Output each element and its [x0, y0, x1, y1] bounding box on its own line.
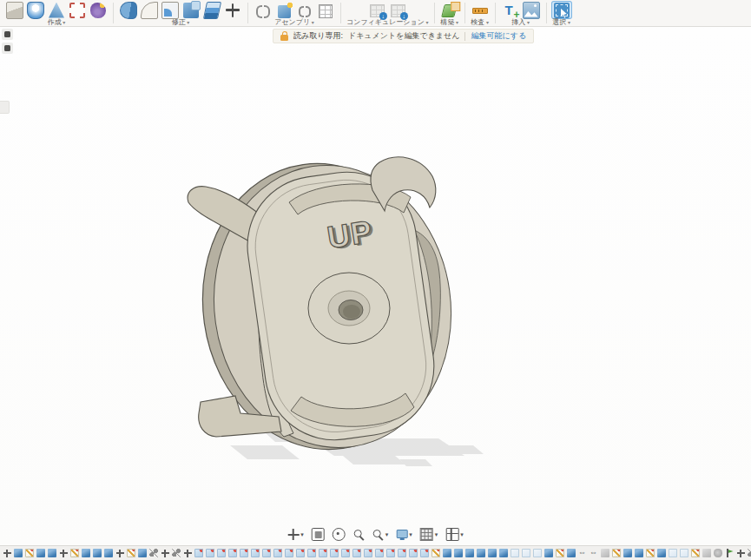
timeline-feature-comp[interactable]	[341, 549, 350, 557]
form-freeform-button[interactable]	[89, 2, 108, 18]
comments-toggle-button[interactable]	[2, 43, 13, 54]
timeline-feature-newcomp[interactable]	[522, 549, 530, 557]
timeline-feature-gray[interactable]	[601, 549, 609, 557]
timeline-feature-comp[interactable]	[240, 549, 248, 557]
viewports-dropdown-caret[interactable]: ▾	[460, 531, 464, 537]
timeline-feature-solid[interactable]	[623, 549, 632, 557]
combine-button[interactable]	[181, 2, 201, 18]
toolbar-menu-select[interactable]: 選択	[552, 18, 570, 27]
timeline-feature-comp[interactable]	[352, 549, 361, 557]
timeline-feature-sketch[interactable]	[646, 549, 655, 557]
timeline-feature-sketch[interactable]	[431, 549, 440, 557]
fit-button[interactable]	[309, 526, 327, 543]
fillet-button[interactable]	[140, 2, 159, 18]
pan-button[interactable]: ▾	[285, 527, 306, 542]
timeline-feature-newcomp[interactable]	[680, 549, 688, 557]
timeline-feature-sketch[interactable]	[70, 549, 79, 557]
timeline-feature-newcomp[interactable]	[533, 549, 542, 557]
timeline-feature-comp[interactable]	[251, 549, 260, 557]
timeline-feature-link[interactable]	[578, 549, 587, 557]
timeline-feature-solid[interactable]	[499, 549, 508, 557]
press-pull-button[interactable]	[119, 2, 138, 18]
timeline-feature-comp[interactable]	[375, 549, 384, 557]
select-tool-button[interactable]	[552, 2, 571, 18]
insert-derive-button[interactable]	[501, 2, 520, 18]
collapsed-panel-tab[interactable]	[0, 101, 10, 114]
pan-dropdown-caret[interactable]: ▾	[300, 531, 304, 537]
orbit-button[interactable]	[330, 526, 348, 543]
timeline-feature-comp[interactable]	[285, 549, 293, 557]
joint-origin-button[interactable]	[295, 2, 314, 18]
timeline-feature-comp[interactable]	[319, 549, 327, 557]
move-button[interactable]	[223, 2, 242, 18]
construct-plane-button[interactable]	[440, 2, 459, 18]
timeline-feature-comp[interactable]	[228, 549, 237, 557]
timeline-feature-comp[interactable]	[296, 549, 305, 557]
grid-snaps-dropdown-caret[interactable]: ▾	[435, 531, 438, 537]
timeline-feature-comp[interactable]	[262, 549, 271, 557]
timeline-feature-sketch[interactable]	[25, 549, 34, 557]
timeline-feature-solid[interactable]	[48, 549, 56, 557]
timeline-feature-solid[interactable]	[443, 549, 451, 557]
timeline-feature-solid[interactable]	[104, 549, 113, 557]
timeline-feature-joint[interactable]	[149, 549, 158, 557]
timeline-feature-comp[interactable]	[364, 549, 372, 557]
timeline-feature-comp[interactable]	[307, 549, 316, 557]
timeline-feature-solid[interactable]	[465, 549, 474, 557]
timeline-feature-move[interactable]	[161, 549, 169, 557]
timeline-feature-solid[interactable]	[544, 549, 553, 557]
timeline-feature-sketch[interactable]	[691, 549, 700, 557]
timeline-feature-comp[interactable]	[409, 549, 418, 557]
new-component-button[interactable]	[274, 2, 293, 18]
timeline-feature-sketch[interactable]	[612, 549, 621, 557]
timeline-feature-sketch[interactable]	[127, 549, 135, 557]
zoom-window-button[interactable]: ▾	[370, 527, 392, 542]
joint-button[interactable]	[254, 2, 273, 18]
insert-canvas-button[interactable]	[522, 2, 541, 18]
shell-button[interactable]	[161, 2, 180, 18]
timeline-feature-solid[interactable]	[93, 549, 102, 557]
display-settings-dropdown-caret[interactable]: ▾	[409, 531, 412, 537]
toolbar-menu-inspect[interactable]: 検査	[471, 18, 489, 27]
make-editable-link[interactable]: 編集可能にする	[471, 30, 526, 42]
timeline-feature-link[interactable]	[590, 549, 598, 557]
toolbar-menu-modify[interactable]: 修正	[172, 18, 190, 27]
config-insert-button[interactable]	[388, 2, 407, 18]
viewports-button[interactable]: ▾	[443, 526, 466, 543]
timeline-feature-joint[interactable]	[748, 549, 751, 557]
timeline-feature-solid[interactable]	[36, 549, 45, 557]
timeline-feature-newcomp[interactable]	[669, 549, 677, 557]
timeline-feature-move[interactable]	[3, 549, 11, 557]
toolbar-menu-create[interactable]: 作成	[48, 18, 66, 27]
toolbar-menu-assemble[interactable]: アセンブリ	[274, 18, 314, 27]
form-sphere-button[interactable]	[26, 2, 45, 18]
timeline-feature-flag[interactable]	[725, 549, 734, 557]
timeline-feature-solid[interactable]	[477, 549, 485, 557]
timeline-feature-gray[interactable]	[702, 549, 711, 557]
timeline-feature-joint[interactable]	[172, 549, 181, 557]
solid-box-button[interactable]	[5, 2, 24, 18]
loft-triangle-button[interactable]	[47, 2, 66, 18]
timeline-feature-move[interactable]	[736, 549, 745, 557]
offset-face-button[interactable]	[202, 2, 221, 18]
config-table-button[interactable]	[367, 2, 386, 18]
zoom-button[interactable]	[351, 527, 367, 542]
timeline-feature-sketch[interactable]	[556, 549, 564, 557]
timeline-feature-solid[interactable]	[488, 549, 497, 557]
timeline-feature-move[interactable]	[183, 549, 192, 557]
timeline-feature-solid[interactable]	[567, 549, 576, 557]
timeline-feature-solid[interactable]	[138, 549, 147, 557]
timeline-feature-move[interactable]	[59, 549, 68, 557]
toolbar-menu-configuration[interactable]: コンフィギュレーション	[346, 18, 429, 27]
model-canvas[interactable]: UP UP	[0, 26, 751, 546]
timeline-feature-solid[interactable]	[454, 549, 463, 557]
timeline-feature-solid[interactable]	[14, 549, 23, 557]
measure-button[interactable]	[471, 2, 490, 18]
timeline-bar[interactable]	[0, 545, 751, 560]
timeline-feature-comp[interactable]	[206, 549, 214, 557]
toolbar-menu-construct[interactable]: 構築	[440, 18, 458, 27]
timeline-feature-comp[interactable]	[420, 549, 429, 557]
timeline-feature-move[interactable]	[115, 549, 124, 557]
grid-snaps-button[interactable]: ▾	[418, 526, 441, 543]
timeline-feature-comp[interactable]	[330, 549, 339, 557]
